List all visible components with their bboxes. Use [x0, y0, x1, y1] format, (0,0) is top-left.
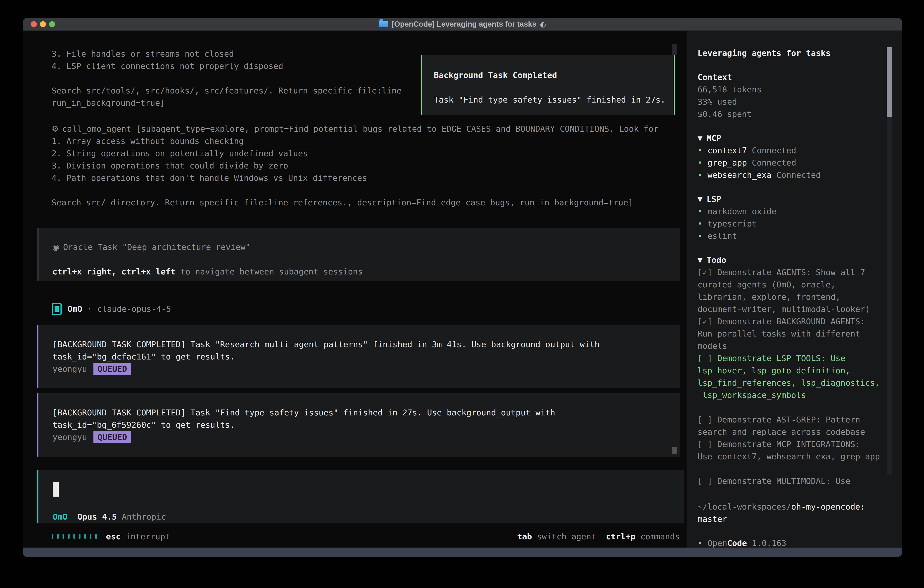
session-indicator-icon: ◐ [540, 20, 546, 28]
background-task-message: [BACKGROUND TASK COMPLETED] Task "Resear… [37, 325, 680, 388]
message-meta: yeongyuQUEUED [53, 431, 680, 443]
main-scrollbar-thumb[interactable] [672, 447, 677, 454]
todo-spacer [698, 463, 902, 475]
zoom-button[interactable] [49, 21, 55, 27]
todo-line: lsp_workspace_symbols [698, 389, 902, 401]
statusbar-right: tab switch agent ctrl+p commands [517, 532, 680, 541]
prompt-input[interactable]: OmO Opus 4.5 Anthropic [37, 470, 684, 524]
oracle-title: Oracle Task "Deep architecture review" [63, 243, 250, 252]
todo-item: [ ] Demonstrate MCP INTEGRATIONS: Use co… [698, 438, 902, 463]
workspace-path: ~/local-workspaces/oh-my-opencode: [698, 501, 865, 513]
message-line: task_id="bg_6f59260c" to get results. [53, 419, 680, 431]
cmd-key-hint: ctrl+p [606, 532, 635, 541]
lsp-name: typescript [708, 219, 757, 228]
chevron-down-icon: ▼ [698, 255, 703, 265]
esc-key-hint: esc [106, 532, 121, 541]
bullet-icon: • [698, 538, 703, 548]
terminal-line: Search src/ directory. Return specific f… [52, 197, 658, 209]
toast-body: Task "Find type safety issues" finished … [434, 94, 674, 106]
mcp-status: Connected [752, 146, 796, 155]
cmd-label: commands [640, 532, 680, 541]
todo-line: [✓] Demonstrate BACKGROUND AGENTS: [698, 315, 902, 328]
minimize-button[interactable] [40, 21, 46, 27]
version-number: 1.0.163 [752, 538, 787, 548]
oracle-task-panel: ◉Oracle Task "Deep architecture review" … [37, 228, 680, 281]
sidebar-scrollbar-thumb[interactable] [887, 47, 892, 117]
version-prefix: Open [708, 538, 727, 548]
bullet-icon: • [698, 219, 703, 228]
bullet-icon: • [698, 146, 703, 155]
tab-label: switch agent [537, 532, 596, 541]
todo-item: [✓] Demonstrate AGENTS: Show all 7 curat… [698, 266, 902, 315]
mcp-section-heading[interactable]: ▼MCP [698, 132, 902, 144]
terminal-line: 4. LSP client connections not properly d… [52, 60, 401, 72]
status-badge: QUEUED [94, 363, 131, 375]
version-name: Code [727, 538, 747, 548]
scrollback-text: 3. File handles or streams not closed 4.… [52, 48, 401, 109]
workspace-path-dim: ~/local-workspaces/ [698, 502, 791, 511]
mcp-name: websearch_exa [708, 170, 772, 180]
lsp-item: •markdown-oxide [698, 205, 902, 218]
todo-line: [ ] Demonstrate AST-GREP: Pattern [698, 414, 902, 426]
todo-line: lsp_hover, lsp_goto_definition, [698, 365, 902, 377]
todo-line: [ ] Demonstrate MCP INTEGRATIONS: [698, 438, 902, 451]
todo-line: Use context7, websearch_exa, grep_app [698, 451, 902, 463]
window-title-group: [OpenCode] Leveraging agents for tasks ◐ [379, 20, 546, 28]
mcp-item: •grep_app Connected [698, 157, 902, 169]
terminal-line [52, 72, 401, 84]
workspace-branch: master [698, 513, 865, 525]
folder-icon [379, 21, 388, 27]
statusbar-left: esc interrupt [52, 532, 170, 541]
sidebar: Leveraging agents for tasks Context 66,5… [687, 31, 902, 548]
agent-name: OmO [68, 304, 82, 314]
dot-separator: · [87, 304, 92, 314]
agent-header-row: OmO · claude-opus-4-5 [52, 302, 171, 315]
oracle-title-line: ◉Oracle Task "Deep architecture review" [52, 241, 680, 253]
workspace-path-repo: oh-my-opencode: [791, 502, 865, 511]
spinner-icon [52, 534, 97, 538]
context-tokens: 66,518 tokens [698, 83, 902, 96]
input-provider: Anthropic [122, 512, 166, 521]
context-spent: $0.46 spent [698, 108, 902, 120]
todo-section-heading[interactable]: ▼Todo [698, 254, 902, 266]
message-line: [BACKGROUND TASK COMPLETED] Task "Resear… [53, 339, 680, 351]
statusbar: esc interrupt tab switch agent ctrl+p co… [52, 530, 680, 543]
lsp-item: •eslint [698, 230, 902, 242]
todo-line: [ ] Demonstrate MULTIMODAL: Use [698, 475, 902, 487]
tool-call-line: ⚙call_omo_agent [subagent_type=explore, … [52, 123, 658, 135]
todo-item: [ ] Demonstrate AST-GREP: Pattern search… [698, 414, 902, 438]
esc-label: interrupt [126, 532, 170, 541]
titlebar[interactable]: [OpenCode] Leveraging agents for tasks ◐ [23, 18, 902, 31]
input-meta-row: OmO Opus 4.5 Anthropic [53, 511, 166, 523]
terminal-main: 3. File handles or streams not closed 4.… [23, 31, 687, 548]
todo-line: lsp_find_references, lsp_diagnostics, [698, 377, 902, 389]
bullet-icon: • [698, 207, 703, 216]
agent-square-icon [52, 303, 62, 315]
terminal-line [52, 184, 658, 197]
tab-key-hint: tab [517, 532, 532, 541]
todo-line: librarian, explore, frontend, [698, 291, 902, 303]
toast-spacer [434, 81, 674, 94]
lsp-section-heading[interactable]: ▼LSP [698, 193, 902, 205]
todo-item-active: [ ] Demonstrate LSP TOOLS: Use lsp_hover… [698, 352, 902, 401]
background-task-toast: Background Task Completed Task "Find typ… [421, 55, 675, 115]
terminal-line: 4. Path operations that don't handle Win… [52, 172, 658, 184]
status-badge: QUEUED [94, 431, 131, 443]
todo-line: models [698, 340, 902, 352]
app-window: [OpenCode] Leveraging agents for tasks ◐… [23, 18, 902, 557]
tool-call-text: call_omo_agent [subagent_type=explore, p… [62, 124, 658, 134]
bullet-icon: • [698, 231, 703, 241]
todo-item: [✓] Demonstrate BACKGROUND AGENTS: Run p… [698, 315, 902, 352]
close-button[interactable] [31, 21, 37, 27]
mcp-item: •websearch_exa Connected [698, 169, 902, 181]
lsp-name: markdown-oxide [708, 207, 776, 216]
window-title: [OpenCode] Leveraging agents for tasks [392, 20, 536, 28]
todo-line: Run parallel tasks with different [698, 328, 902, 340]
main-scrollbar-thumb[interactable] [672, 44, 677, 55]
context-heading: Context [698, 71, 902, 83]
mcp-status: Connected [752, 158, 796, 167]
screen: [OpenCode] Leveraging agents for tasks ◐… [0, 0, 924, 588]
terminal-line: 3. File handles or streams not closed [52, 48, 401, 60]
terminal-line: Search src/tools/, src/hooks/, src/featu… [52, 84, 401, 97]
input-agent: OmO [53, 512, 68, 521]
